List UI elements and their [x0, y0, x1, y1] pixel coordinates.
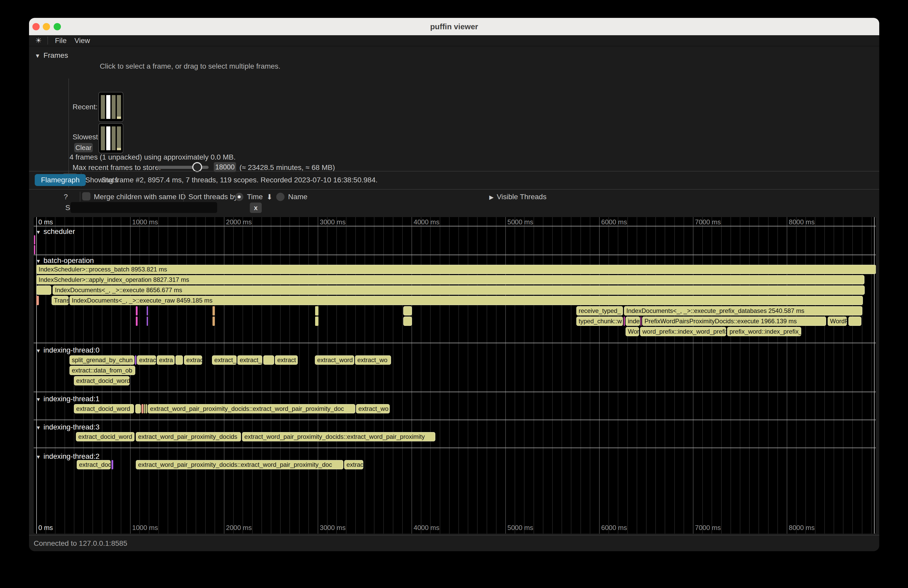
scope-bar[interactable] — [263, 355, 274, 365]
scope-bar[interactable] — [641, 316, 641, 326]
scope-bar[interactable]: extract_word_pair_proximity_docids::extr… — [242, 432, 435, 442]
scope-bar[interactable] — [34, 245, 35, 254]
scope-bar[interactable]: extract_docid_word — [74, 376, 130, 386]
thread-header-indexing-thread-1[interactable]: ▼indexing-thread:1 — [36, 395, 100, 403]
max-frames-slider-knob[interactable] — [192, 162, 202, 172]
scope-bar[interactable]: word_prefix::index_word_prefix_ — [640, 327, 726, 336]
thread-header-indexing-thread-3[interactable]: ▼indexing-thread:3 — [36, 423, 100, 431]
scope-bar[interactable]: extract_word_pair_proximity_docids — [136, 432, 241, 442]
scope-bar[interactable]: extract — [275, 355, 298, 365]
scope-bar[interactable] — [135, 404, 141, 413]
visible-threads-header[interactable]: ▶Visible Threads — [489, 193, 546, 201]
scope-bar[interactable]: IndexScheduler>::process_batch 8953.821 … — [36, 265, 876, 274]
scope-bar[interactable] — [147, 316, 148, 326]
tab-stats[interactable]: Stats — [95, 174, 124, 186]
scope-bar[interactable]: extrac — [344, 460, 363, 469]
help-button[interactable]: ? — [64, 193, 68, 201]
clear-frames-button[interactable]: Clear — [74, 143, 93, 152]
scope-bar[interactable] — [213, 306, 215, 315]
scope-bar[interactable]: Word — [626, 327, 639, 336]
frame-bar — [106, 95, 110, 119]
zoom-window-button[interactable] — [54, 23, 61, 30]
slowest-frames-label: Slowest: — [72, 133, 100, 141]
menu-item-file[interactable]: File — [55, 37, 67, 45]
scope-bar[interactable]: prefix_word::index_prefix_wo — [727, 327, 801, 336]
frame-info-text: Showing frame #2, 8957.4 ms, 7 threads, … — [85, 176, 378, 184]
thread-header-batch-operation[interactable]: ▼batch-operation — [36, 257, 94, 265]
scope-bar[interactable]: extract_word_pair_proximity_docids::extr… — [136, 460, 343, 469]
scope-bar[interactable]: extract_doc — [77, 460, 111, 469]
scope-bar[interactable]: IndexDocuments<_, _>::execute 8656.677 m… — [53, 286, 865, 295]
scope-bar[interactable]: receive_typed_ — [576, 306, 623, 315]
scope-bar[interactable] — [136, 306, 138, 315]
scope-bar[interactable]: typed_chunk::w — [576, 316, 623, 326]
close-window-button[interactable] — [32, 23, 40, 30]
scope-bar[interactable] — [111, 460, 113, 469]
scope-bar[interactable]: IndexDocuments<_, _>::execute_prefix_dat… — [624, 306, 862, 315]
time-axis-tick: 4000 ms — [414, 524, 440, 532]
collapsed-triangle-icon: ▶ — [489, 194, 494, 201]
slowest-frames-thumbnail[interactable] — [98, 123, 123, 153]
scope-bar[interactable] — [403, 306, 412, 315]
minimize-window-button[interactable] — [43, 23, 50, 30]
scope-bar[interactable] — [624, 316, 625, 326]
thread-name: batch-operation — [43, 257, 94, 265]
scope-bar[interactable] — [146, 404, 147, 413]
scope-bar[interactable]: split_grenad_by_chun — [69, 355, 135, 365]
time-axis-tick: 7000 ms — [695, 524, 721, 532]
max-frames-value[interactable]: 18000 — [214, 162, 236, 172]
scope-bar[interactable] — [175, 355, 183, 365]
collapse-triangle-icon: ▼ — [36, 229, 41, 235]
scope-bar[interactable] — [36, 296, 39, 305]
theme-toggle-icon[interactable]: ☀ — [35, 35, 42, 46]
scope-bar[interactable]: Trans — [52, 296, 69, 305]
scope-bar[interactable] — [213, 316, 215, 326]
scope-bar[interactable]: IndexDocuments<_, _>::execute_raw 8459.1… — [69, 296, 863, 305]
clear-filter-button[interactable]: x — [250, 202, 262, 213]
scope-bar[interactable]: extract_ — [237, 355, 262, 365]
thread-header-scheduler[interactable]: ▼scheduler — [36, 227, 75, 236]
scope-bar[interactable]: index — [626, 316, 640, 326]
scope-bar[interactable]: extract — [137, 355, 156, 365]
scope-bar[interactable]: extract_wo — [356, 404, 390, 413]
scope-bar[interactable] — [142, 404, 143, 413]
menu-item-view[interactable]: View — [74, 37, 90, 45]
scope-bar[interactable]: extract_word_pair_proximity_docids::extr… — [148, 404, 355, 413]
scope-bar[interactable] — [135, 355, 136, 365]
scope-bar[interactable] — [144, 404, 145, 413]
scope-bar[interactable] — [848, 316, 861, 326]
merge-children-checkbox[interactable] — [82, 192, 90, 201]
thread-header-indexing-thread-2[interactable]: ▼indexing-thread:2 — [36, 452, 100, 461]
scope-bar[interactable]: IndexScheduler>::apply_index_operation 8… — [36, 275, 865, 284]
scope-bar[interactable]: extract_ — [212, 355, 237, 365]
scope-bar[interactable]: extract::data_from_ob — [69, 366, 135, 375]
flamegraph-canvas[interactable]: 0 ms0 ms1000 ms1000 ms2000 ms2000 ms3000… — [34, 217, 876, 533]
tab-flamegraph[interactable]: Flamegraph — [35, 174, 86, 186]
scope-bar[interactable] — [403, 316, 412, 326]
scope-bar[interactable]: WordPr — [828, 316, 847, 326]
scope-bar[interactable] — [34, 235, 35, 244]
scope-bar[interactable] — [147, 306, 148, 315]
scope-bar[interactable] — [315, 316, 319, 326]
scope-bar[interactable]: extract_docid_word — [74, 404, 134, 413]
scope-bar[interactable]: extra — [157, 355, 175, 365]
scope-bar[interactable]: PrefixWordPairsProximityDocids::execute … — [642, 316, 826, 326]
recent-frames-thumbnail[interactable] — [98, 92, 123, 122]
scope-filter-input[interactable] — [71, 202, 217, 213]
frames-section-header[interactable]: ▼Frames — [35, 51, 68, 59]
scope-bar[interactable]: extract_word — [315, 355, 354, 365]
scope-bar[interactable]: extrac — [184, 355, 202, 365]
scope-bar[interactable] — [315, 306, 319, 315]
scope-bar[interactable] — [136, 316, 138, 326]
scope-bar[interactable]: extract_docid_word — [76, 432, 135, 442]
thread-header-indexing-thread-0[interactable]: ▼indexing-thread:0 — [36, 346, 100, 354]
sort-radio-name[interactable] — [276, 193, 285, 201]
thread-section-divider — [34, 343, 876, 343]
thread-name: indexing-thread:2 — [43, 452, 100, 460]
frame-bar-tip — [117, 117, 121, 119]
frames-hint-text: Click to select a frame, or drag to sele… — [100, 62, 280, 71]
time-axis-tick: 6000 ms — [601, 524, 627, 532]
scope-bar[interactable]: extract_wo — [355, 355, 391, 365]
sort-radio-time[interactable] — [235, 193, 243, 201]
scope-bar[interactable] — [36, 286, 51, 295]
